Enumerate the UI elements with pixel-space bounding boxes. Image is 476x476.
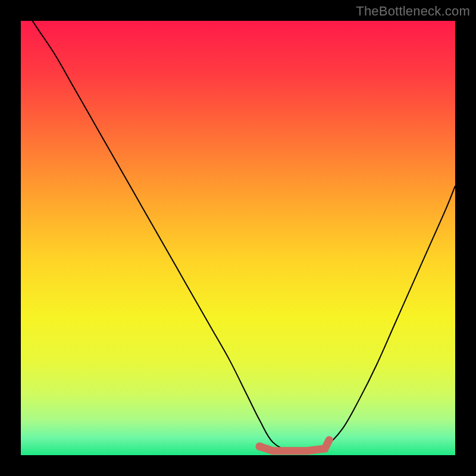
optimal-point-marker (256, 442, 264, 450)
chart-svg (21, 21, 455, 455)
bottleneck-curve (21, 21, 455, 452)
optimal-band (260, 440, 330, 450)
chart-frame: TheBottleneck.com (0, 0, 476, 476)
attribution-text: TheBottleneck.com (356, 4, 470, 19)
plot-area (21, 21, 455, 455)
